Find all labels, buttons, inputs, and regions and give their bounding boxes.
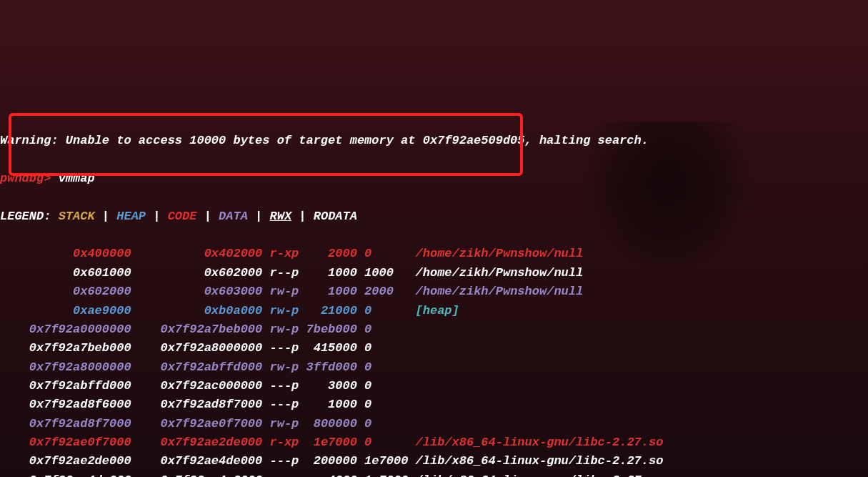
addr-end: 0x602000: [131, 266, 263, 280]
size: 1000: [299, 266, 357, 280]
perms: r-xp: [262, 247, 299, 260]
offset: 0: [357, 417, 408, 431]
path: /lib/x86_64-linux-gnu/libc-2.27.so: [408, 436, 663, 449]
addr-end: 0xb0a000: [131, 304, 263, 318]
offset: 0: [357, 247, 408, 260]
vmmap-row: 0x400000 0x402000 r-xp 2000 0 /home/zikh…: [0, 245, 868, 263]
offset: 0: [357, 436, 408, 449]
addr-end: 0x603000: [131, 285, 263, 298]
vmmap-row: 0x7f92ae4de000 0x7f92ae4e2000 r--p 4000 …: [0, 471, 868, 477]
addr-end: 0x7f92ad8f7000: [131, 398, 263, 411]
perms: ---p: [262, 454, 299, 468]
addr-end: 0x7f92ae2de000: [131, 436, 263, 449]
perms: r-xp: [262, 436, 299, 449]
vmmap-row: 0x7f92abffd000 0x7f92ac000000 ---p 3000 …: [0, 377, 868, 395]
offset: 1e7000: [357, 473, 408, 477]
addr-end: 0x7f92abffd000: [131, 360, 263, 374]
addr-start: 0x7f92ae2de000: [0, 454, 131, 468]
addr-start: 0x7f92a0000000: [0, 323, 131, 336]
vmmap-row: 0x601000 0x602000 r--p 1000 1000 /home/z…: [0, 264, 868, 282]
size: 3ffd000: [299, 360, 357, 374]
addr-end: 0x7f92a8000000: [131, 341, 263, 355]
addr-end: 0x7f92ac000000: [131, 379, 263, 393]
terminal-output: Warning: Unable to access 10000 bytes of…: [0, 113, 868, 477]
size: 415000: [299, 341, 357, 355]
addr-start: 0x7f92ad8f6000: [0, 398, 131, 411]
offset: 0: [357, 341, 408, 355]
perms: rw-p: [262, 304, 299, 318]
perms: ---p: [262, 398, 299, 411]
perms: rw-p: [262, 417, 299, 431]
legend-label: LEGEND:: [0, 210, 51, 223]
size: 2000: [299, 247, 357, 260]
path: /home/zikh/Pwnshow/null: [408, 285, 583, 298]
addr-start: 0xae9000: [0, 304, 131, 318]
addr-start: 0x7f92ad8f7000: [0, 417, 131, 431]
prompt-line[interactable]: pwndbg> vmmap: [0, 169, 868, 188]
offset: 0: [357, 323, 408, 336]
perms: ---p: [262, 379, 299, 393]
offset: 0: [357, 398, 408, 411]
offset: 1e7000: [357, 454, 408, 468]
addr-end: 0x7f92ae4de000: [131, 454, 263, 468]
size: 4000: [299, 473, 357, 477]
vmmap-row: 0x7f92a7beb000 0x7f92a8000000 ---p 41500…: [0, 339, 868, 358]
path: /lib/x86_64-linux-gnu/libc-2.27.so: [408, 473, 663, 477]
vmmap-row: 0xae9000 0xb0a000 rw-p 21000 0 [heap]: [0, 302, 868, 320]
command-text: vmmap: [59, 172, 95, 185]
addr-start: 0x7f92abffd000: [0, 379, 131, 393]
legend-heap: HEAP: [116, 210, 146, 223]
addr-end: 0x7f92ae0f7000: [131, 417, 263, 431]
legend-code: CODE: [168, 210, 197, 223]
addr-start: 0x7f92a7beb000: [0, 341, 131, 355]
offset: 0: [357, 360, 408, 374]
addr-start: 0x400000: [0, 247, 131, 260]
perms: rw-p: [262, 285, 299, 298]
perms: r--p: [262, 473, 299, 477]
addr-start: 0x602000: [0, 285, 131, 298]
vmmap-row: 0x7f92a0000000 0x7f92a7beb000 rw-p 7beb0…: [0, 320, 868, 339]
size: 7beb000: [299, 323, 357, 336]
addr-start: 0x7f92ae0f7000: [0, 436, 131, 449]
offset: 1000: [357, 266, 408, 280]
vmmap-row: 0x7f92ae2de000 0x7f92ae4de000 ---p 20000…: [0, 452, 868, 471]
addr-start: 0x601000: [0, 266, 131, 280]
offset: 2000: [357, 285, 408, 298]
size: 800000: [299, 417, 357, 431]
addr-end: 0x7f92a7beb000: [131, 323, 263, 336]
size: 3000: [299, 379, 357, 393]
legend-data: DATA: [219, 210, 248, 223]
addr-end: 0x402000: [131, 247, 263, 260]
vmmap-row: 0x7f92ad8f6000 0x7f92ad8f7000 ---p 1000 …: [0, 395, 868, 414]
path: /home/zikh/Pwnshow/null: [408, 247, 583, 260]
path: /home/zikh/Pwnshow/null: [408, 266, 583, 280]
offset: 0: [357, 379, 408, 393]
perms: r--p: [262, 266, 299, 280]
addr-start: 0x7f92ae4de000: [0, 473, 131, 477]
vmmap-row: 0x7f92ad8f7000 0x7f92ae0f7000 rw-p 80000…: [0, 415, 868, 433]
path: /lib/x86_64-linux-gnu/libc-2.27.so: [408, 454, 663, 468]
vmmap-table: 0x400000 0x402000 r-xp 2000 0 /home/zikh…: [0, 245, 868, 477]
legend-stack: STACK: [59, 210, 95, 223]
offset: 0: [357, 304, 408, 318]
perms: rw-p: [262, 360, 299, 374]
size: 1000: [299, 285, 357, 298]
legend-rodata: RODATA: [314, 210, 357, 223]
prompt-prefix: pwndbg>: [0, 172, 51, 185]
legend-line: LEGEND: STACK | HEAP | CODE | DATA | RWX…: [0, 207, 868, 226]
path: [heap]: [408, 304, 459, 318]
vmmap-row: 0x7f92ae0f7000 0x7f92ae2de000 r-xp 1e700…: [0, 433, 868, 452]
addr-end: 0x7f92ae4e2000: [131, 473, 263, 477]
size: 200000: [299, 454, 357, 468]
perms: ---p: [262, 341, 299, 355]
size: 21000: [299, 304, 357, 318]
legend-rwx: RWX: [270, 210, 292, 223]
size: 1000: [299, 398, 357, 411]
vmmap-row: 0x602000 0x603000 rw-p 1000 2000 /home/z…: [0, 282, 868, 301]
perms: rw-p: [262, 323, 299, 336]
warning-line: Warning: Unable to access 10000 bytes of…: [0, 132, 868, 150]
vmmap-row: 0x7f92a8000000 0x7f92abffd000 rw-p 3ffd0…: [0, 358, 868, 377]
addr-start: 0x7f92a8000000: [0, 360, 131, 374]
size: 1e7000: [299, 436, 357, 449]
